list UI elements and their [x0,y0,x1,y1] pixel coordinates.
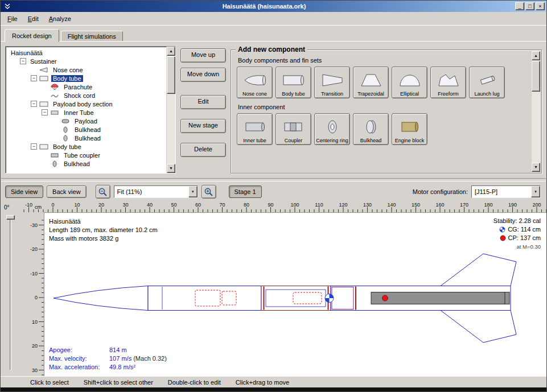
tree-item-parachute[interactable]: Parachute [6,82,166,91]
tree-scrollbar-track[interactable] [167,56,175,164]
menu-analyze[interactable]: Analyze [44,13,76,24]
tree-item-payload[interactable]: Payload [6,117,166,125]
rotation-slider[interactable] [1,212,20,376]
centering-ring-icon [321,116,344,138]
svg-text:170: 170 [460,202,468,208]
chevron-down-icon[interactable]: ▼ [188,186,198,197]
tree-expander-icon[interactable]: − [20,58,26,64]
tree-item-label: Shock cord [62,92,97,99]
maximize-button[interactable]: □ [525,2,534,10]
edit-button[interactable]: Edit [180,95,226,109]
zoom-out-button[interactable] [96,185,110,199]
shockcord-icon [50,92,60,99]
fin-lower-shape[interactable] [441,311,516,343]
motor-shape[interactable] [371,292,509,304]
back-view-button[interactable]: Back view [47,185,87,198]
add-elliptical-button[interactable]: Elliptical [392,67,427,98]
svg-text:150: 150 [412,202,420,208]
zoom-level-select[interactable]: Fit (11%) ▼ [114,185,198,198]
tree-expander-icon[interactable]: − [42,109,48,115]
tree-item-body-tube[interactable]: −Body tube [6,142,166,151]
svg-text:-10: -10 [30,271,38,277]
v-ruler-svg: -30-20-100102030 [20,212,44,376]
close-button[interactable]: × [536,2,545,10]
vertical-ruler: -30-20-100102030 [20,212,44,376]
tree-item-bulkhead[interactable]: Bulkhead [6,125,166,134]
move-down-button[interactable]: Move down [180,68,226,82]
add-centering-ring-button[interactable]: Centering ring [314,113,350,145]
fin-upper-shape[interactable] [441,254,516,286]
svg-text:30: 30 [122,202,128,208]
cg-value: CG: 114 cm [508,225,541,234]
menubar: File Edit Analyze [1,12,546,26]
menu-edit[interactable]: Edit [23,13,44,24]
titlebar[interactable]: Haisunäätä (haisunaata.ork) _ □ × [1,1,546,12]
tree-item-haisun-t[interactable]: Haisunäätä [6,48,166,57]
inner-component-label: Inner component [238,104,528,110]
bulkhead-icon [50,160,60,167]
zoom-level-value: Fit (11%) [114,188,188,195]
scroll-down-icon[interactable]: ▼ [167,164,175,173]
minimize-button[interactable]: _ [515,2,524,10]
apogee-value: 814 m [109,346,127,353]
tree-scrollbar[interactable]: ▲ ▼ [166,47,175,173]
new-stage-button[interactable]: New stage [180,119,226,133]
tree-item-label: Sustainer [28,58,58,65]
delete-button[interactable]: Delete [180,143,226,157]
app-icon [3,2,12,10]
motor-configuration-select[interactable]: [J115-P] ▼ [471,185,541,198]
add-transition-button[interactable]: Transition [314,67,350,98]
palette-scrollbar[interactable]: ▲ ▼ [531,51,540,172]
tree-item-nose-cone[interactable]: Nose cone [6,65,166,74]
tree-scrollbar-thumb[interactable] [167,56,175,94]
tree-item-tube-coupler[interactable]: Tube coupler [6,151,166,159]
tree-item-shock-cord[interactable]: Shock cord [6,91,166,100]
inner-tube-icon [244,116,266,138]
tree-expander-icon[interactable]: − [31,75,37,81]
scroll-up-icon[interactable]: ▲ [532,51,540,60]
tab-flight-simulations[interactable]: Flight simulations [61,31,123,42]
body-components-label: Body components and fin sets [238,57,528,64]
max-velocity-mach: (Mach 0.32) [133,355,167,362]
tree-item-label: Bulkhead [73,135,102,142]
svg-text:10: 10 [32,319,38,325]
scroll-up-icon[interactable]: ▲ [167,47,175,56]
tree-expander-icon[interactable]: − [31,143,37,150]
scroll-down-icon[interactable]: ▼ [532,163,540,172]
trapezoidal-icon [360,69,383,91]
rocket-length: Length 189 cm, max. diameter 10.2 cm [49,226,158,234]
palette-scrollbar-thumb[interactable] [532,61,540,92]
tree-expander-icon[interactable]: − [31,101,37,107]
rocket-canvas[interactable]: Haisunäätä Length 189 cm, max. diameter … [44,212,546,376]
menu-file[interactable]: File [2,13,23,24]
add-engine-block-button[interactable]: Engine block [392,113,427,145]
statusbar: Click to select Shift+click to select ot… [1,376,546,387]
nose-cone-shape[interactable] [54,286,148,311]
add-launch-lug-button[interactable]: Launch lug [469,67,505,98]
svg-text:80: 80 [244,202,249,208]
add-body-tube-button[interactable]: Body tube [275,67,311,98]
body-tube-shape[interactable] [148,286,261,311]
tree-item-sustainer[interactable]: −Sustainer [6,57,166,65]
add-coupler-button[interactable]: Coupler [275,113,311,145]
rotation-slider-thumb[interactable] [6,215,15,220]
tree-item-inner-tube[interactable]: −Inner Tube [6,108,166,117]
side-view-button[interactable]: Side view [5,185,43,198]
zoom-in-button[interactable] [201,185,216,199]
tree-item-body-tube[interactable]: −Body tube [6,74,166,82]
tree-item-bulkhead[interactable]: Bulkhead [6,134,166,142]
add-nose-cone-button[interactable]: Nose cone [237,67,273,98]
add-freeform-button[interactable]: Freeform [430,67,466,98]
add-bulkhead-button[interactable]: Bulkhead [353,113,389,145]
move-up-button[interactable]: Move up [180,48,226,63]
svg-text:130: 130 [363,202,372,208]
tree-item-payload-body-section[interactable]: −Payload body section [6,100,166,108]
stage-1-toggle[interactable]: Stage 1 [229,185,262,198]
add-inner-tube-button[interactable]: Inner tube [237,113,273,145]
palette-scrollbar-track[interactable] [532,60,540,163]
tree-item-bulkhead[interactable]: Bulkhead [6,159,166,168]
bulkhead-icon [360,116,383,138]
add-trapezoidal-button[interactable]: Trapezoidal [353,67,389,98]
chevron-down-icon[interactable]: ▼ [531,186,540,197]
tab-rocket-design[interactable]: Rocket design [5,29,59,42]
